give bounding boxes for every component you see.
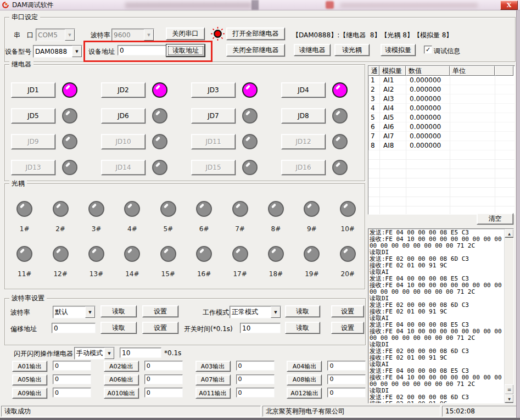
flash-time-input[interactable] bbox=[120, 348, 161, 358]
analog-output-cell: A03输出 bbox=[195, 361, 287, 374]
debug-info-label: 调试信息 bbox=[434, 47, 460, 56]
work-mode-set-button[interactable]: 设置 bbox=[331, 305, 364, 317]
flash-time-unit-label: *0.1s bbox=[164, 349, 181, 357]
analog-output-button[interactable]: A01输出 bbox=[12, 361, 47, 372]
relay-button[interactable]: JD9 bbox=[11, 134, 55, 149]
analog-output-input[interactable] bbox=[236, 361, 275, 371]
opto-led-indicator bbox=[268, 246, 284, 262]
read-analog-button[interactable]: 读模拟量 bbox=[381, 44, 416, 56]
relay-cell: JD11 bbox=[191, 128, 281, 154]
opto-label: 1# bbox=[20, 225, 30, 233]
work-mode-select[interactable]: 正常模式 ▼ bbox=[230, 306, 281, 318]
relay-button[interactable]: JD16 bbox=[281, 160, 326, 175]
cell-channel: 6 bbox=[368, 123, 379, 131]
analog-output-button[interactable]: A03输出 bbox=[195, 361, 231, 372]
offset-address-input[interactable] bbox=[52, 323, 96, 333]
debug-info-checkbox[interactable]: ✓ bbox=[424, 46, 432, 54]
analog-output-input[interactable] bbox=[236, 388, 275, 397]
relay-cell: JD2 bbox=[101, 77, 191, 103]
header-unit[interactable]: 单位 bbox=[450, 66, 495, 76]
debug-log-box[interactable]: 发送:FE 04 00 00 00 08 E5 C3接收:FE 04 10 00… bbox=[368, 228, 514, 404]
switch-time-set-button[interactable]: 设置 bbox=[331, 322, 364, 334]
cell-value: 0.000000 bbox=[406, 142, 450, 149]
baud-setting-select[interactable]: 默认 ▼ bbox=[53, 306, 96, 318]
open-all-relays-button[interactable]: 打开全部继电器 bbox=[226, 27, 285, 40]
opto-led-indicator bbox=[160, 201, 176, 217]
background-window-artifact bbox=[251, 0, 259, 10]
analog-output-input[interactable] bbox=[236, 374, 275, 384]
analog-output-button[interactable]: A05输出 bbox=[12, 374, 47, 385]
opto-led-indicator bbox=[268, 201, 284, 217]
switch-time-read-button[interactable]: 读取 bbox=[285, 322, 320, 334]
titlebar[interactable]: DAM调试软件 X bbox=[0, 0, 520, 10]
analog-output-button[interactable]: A09输出 bbox=[12, 388, 47, 399]
flash-mode-select[interactable]: 手动模式 ▼ bbox=[74, 347, 115, 360]
relay-button[interactable]: JD2 bbox=[101, 82, 146, 98]
baud-read-button[interactable]: 读取 bbox=[100, 305, 137, 317]
relay-button[interactable]: JD6 bbox=[101, 108, 146, 124]
analog-output-button[interactable]: A08输出 bbox=[287, 374, 322, 385]
analog-output-button[interactable]: A02输出 bbox=[104, 361, 139, 372]
analog-output-input[interactable] bbox=[327, 374, 366, 384]
analog-output-input[interactable] bbox=[53, 374, 91, 384]
analog-output-button[interactable]: A011输出 bbox=[195, 388, 231, 399]
header-channel[interactable]: 通 bbox=[368, 66, 379, 76]
log-scrollbar[interactable]: ▲ ≡ ▼ bbox=[504, 229, 513, 403]
analog-output-input[interactable] bbox=[327, 361, 366, 371]
analog-output-input[interactable] bbox=[144, 361, 183, 371]
relay-button[interactable]: JD5 bbox=[11, 108, 55, 124]
relay-button[interactable]: JD8 bbox=[281, 108, 326, 124]
read-address-button[interactable]: 读取地址 bbox=[166, 44, 205, 57]
relay-button[interactable]: JD7 bbox=[191, 108, 236, 124]
analog-output-button[interactable]: A010输出 bbox=[104, 388, 139, 399]
relay-button[interactable]: JD13 bbox=[11, 160, 55, 175]
analog-output-input[interactable] bbox=[53, 361, 91, 371]
relay-button[interactable]: JD14 bbox=[101, 160, 146, 175]
analog-output-input[interactable] bbox=[144, 374, 183, 384]
close-serial-button[interactable]: 关闭串口 bbox=[166, 27, 205, 40]
offset-set-button[interactable]: 设置 bbox=[142, 322, 178, 334]
relay-cell: JD3 bbox=[191, 77, 281, 103]
baud-set-button[interactable]: 设置 bbox=[142, 305, 178, 317]
scrollbar-thumb[interactable]: ≡ bbox=[505, 384, 514, 395]
cell-channel: 8 bbox=[368, 142, 379, 149]
relay-button[interactable]: JD3 bbox=[191, 82, 236, 98]
flash-mode-value: 手动模式 bbox=[75, 348, 104, 359]
analog-output-button[interactable]: A07输出 bbox=[195, 374, 231, 385]
read-opto-button[interactable]: 读光耦 bbox=[334, 44, 370, 56]
table-header: 通 模拟量 数值 单位 bbox=[368, 66, 515, 76]
relay-button[interactable]: JD10 bbox=[101, 134, 146, 149]
analog-output-input[interactable] bbox=[144, 388, 183, 397]
switch-time-input[interactable] bbox=[240, 323, 281, 333]
device-model-label: 设备型号 bbox=[5, 47, 31, 57]
device-model-select[interactable]: DAM0888 ▼ bbox=[33, 45, 82, 58]
clear-log-button[interactable]: 清空 bbox=[477, 213, 513, 225]
device-address-label: 设备地址 bbox=[88, 47, 115, 57]
header-value[interactable]: 数值 bbox=[406, 66, 450, 76]
offset-read-button[interactable]: 读取 bbox=[100, 322, 137, 334]
relay-button[interactable]: JD15 bbox=[191, 160, 236, 175]
relay-button[interactable]: JD12 bbox=[281, 134, 326, 149]
analog-output-input[interactable] bbox=[53, 388, 91, 397]
scroll-down-button[interactable]: ▼ bbox=[505, 394, 514, 403]
analog-output-button[interactable]: A06输出 bbox=[104, 374, 139, 385]
status-bar: 读取成功 北京聚英翱翔电子有限公司 15:02:08 bbox=[0, 405, 520, 418]
relay-led-indicator bbox=[332, 82, 348, 98]
header-extra[interactable] bbox=[495, 66, 513, 76]
relay-button[interactable]: JD1 bbox=[11, 82, 55, 98]
header-analog[interactable]: 模拟量 bbox=[379, 66, 406, 76]
chevron-down-icon: ▼ bbox=[104, 348, 114, 359]
device-address-input[interactable] bbox=[118, 45, 170, 55]
relay-button[interactable]: JD11 bbox=[191, 134, 236, 149]
close-button[interactable]: X bbox=[500, 1, 518, 10]
analog-output-button[interactable]: A012输出 bbox=[287, 388, 322, 399]
analog-output-button[interactable]: A04输出 bbox=[287, 361, 322, 372]
analog-output-input[interactable] bbox=[327, 388, 366, 397]
close-all-relays-button[interactable]: 关闭全部继电器 bbox=[226, 44, 285, 57]
scroll-up-button[interactable]: ▲ bbox=[505, 229, 514, 238]
work-mode-read-button[interactable]: 读取 bbox=[285, 305, 320, 317]
read-relays-button[interactable]: 读继电器 bbox=[294, 44, 331, 56]
relay-button[interactable]: JD4 bbox=[281, 82, 326, 98]
baud-select[interactable]: 9600 ▼ bbox=[111, 29, 154, 41]
com-port-select[interactable]: COM5 ▼ bbox=[36, 29, 75, 41]
